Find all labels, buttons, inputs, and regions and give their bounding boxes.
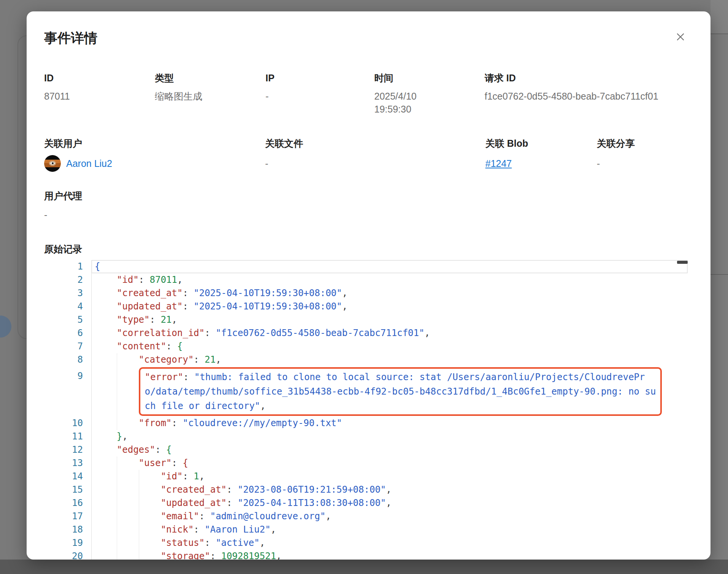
indent-guide [117,417,117,430]
indent-guide [139,550,139,560]
code-line-20: 20"storage": 1092819521, [44,550,688,560]
code-line-7: 7"content": { [44,340,688,353]
code-line-1: 1{ [44,260,688,273]
info-row-relations: 关联用户 Aaron Liu2 关联文件 - 关联 Blob #1247 关联分… [44,137,688,172]
code-line-4: 4"updated_at": "2025-04-10T19:59:30+08:0… [44,300,688,313]
indent-guide [117,457,117,470]
info-label-request-id: 请求 ID [485,71,688,84]
indent-guide [139,496,139,510]
info-label-related-share: 关联分享 [597,137,688,150]
line-number: 20 [44,550,91,560]
indent-guide [117,470,117,483]
event-details-dialog: 事件详情 ID 87011 类型 缩略图生成 IP - 时间 2025/4/10… [27,11,711,560]
line-number: 11 [44,430,91,443]
line-number: 1 [44,260,91,273]
line-number: 12 [44,443,91,457]
info-label-related-user: 关联用户 [44,137,265,150]
info-label-related-file: 关联文件 [265,137,485,150]
code-line-5: 5"type": 21, [44,313,688,327]
line-number: 13 [44,457,91,470]
code-line-8: 8"category": 21, [44,353,688,366]
line-number: 19 [44,536,91,550]
code-line-6: 6"correlation_id": "f1ce0762-0d55-4580-b… [44,327,688,340]
related-blob-link[interactable]: #1247 [485,158,512,169]
info-value-type: 缩略图生成 [155,90,265,103]
code-line-3: 3"created_at": "2025-04-10T19:59:30+08:0… [44,287,688,300]
raw-record-label: 原始记录 [44,243,688,255]
indent-guide [117,483,117,496]
raw-record-editor[interactable]: 1{2"id": 87011,3"created_at": "2025-04-1… [44,260,688,560]
code-line-16: 16"updated_at": "2025-04-11T13:08:30+08:… [44,496,688,510]
indent-guide [117,523,117,536]
info-cell-request-id: 请求 ID f1ce0762-0d55-4580-beab-7cabc711cf… [485,71,688,116]
indent-guide [117,510,117,523]
code-line-11: 11}, [44,430,688,443]
avatar [44,155,61,172]
line-number: 6 [44,327,91,340]
line-number: 7 [44,340,91,353]
code-line-15: 15"created_at": "2023-08-06T19:21:59+08:… [44,483,688,496]
code-line-9: 9"error": "thumb: failed to clone to loc… [44,366,688,417]
page-title: 事件详情 [44,30,97,46]
info-label-type: 类型 [155,71,265,84]
line-number: 9 [44,366,91,417]
close-button[interactable] [675,31,686,43]
scrollbar-thumb[interactable] [677,261,688,264]
info-value-ip: - [265,90,374,103]
related-user-link[interactable]: Aaron Liu2 [66,158,112,169]
indent-guide [139,510,139,523]
info-value-time: 2025/4/10 19:59:30 [374,90,431,116]
line-number: 18 [44,523,91,536]
info-cell-related-blob: 关联 Blob #1247 [485,137,597,172]
indent-guide [117,496,117,510]
indent-guide [139,536,139,550]
line-number: 4 [44,300,91,313]
code-line-10: 10"from": "cloudreve://my/empty-90.txt" [44,417,688,430]
info-label-time: 时间 [374,71,485,84]
info-cell-time: 时间 2025/4/10 19:59:30 [374,71,485,116]
info-cell-id: ID 87011 [44,71,155,116]
info-cell-related-file: 关联文件 - [265,137,485,172]
info-value-id: 87011 [44,90,155,103]
info-value-related-file: - [265,155,485,172]
indent-guide [139,523,139,536]
line-number: 17 [44,510,91,523]
line-number: 3 [44,287,91,300]
info-value-request-id: f1ce0762-0d55-4580-beab-7cabc711cf01 [485,90,688,103]
code-line-2: 2"id": 87011, [44,273,688,287]
info-value-related-share: - [597,155,688,172]
code-line-18: 18"nick": "Aaron Liu2", [44,523,688,536]
code-line-19: 19"status": "active", [44,536,688,550]
line-number: 2 [44,273,91,287]
code-line-12: 12"edges": { [44,443,688,457]
indent-guide [117,536,117,550]
user-agent-value: - [44,208,688,221]
indent-guide [117,353,117,366]
indent-guide [117,550,117,560]
code-line-14: 14"id": 1, [44,470,688,483]
close-icon [675,38,686,44]
user-agent-label: 用户代理 [44,189,688,202]
line-number: 5 [44,313,91,327]
error-highlight-box: "error": "thumb: failed to clone to loca… [139,367,662,416]
line-number: 10 [44,417,91,430]
info-cell-ip: IP - [265,71,374,116]
line-number: 16 [44,496,91,510]
info-label-ip: IP [265,71,374,84]
info-label-related-blob: 关联 Blob [485,137,597,150]
line-number: 14 [44,470,91,483]
info-cell-type: 类型 缩略图生成 [155,71,265,116]
indent-guide [139,470,139,483]
indent-guide [139,483,139,496]
line-number: 8 [44,353,91,366]
indent-guide [117,366,117,417]
info-cell-related-share: 关联分享 - [597,137,688,172]
info-label-id: ID [44,71,155,84]
info-cell-related-user: 关联用户 Aaron Liu2 [44,137,265,172]
code-line-13: 13"user": { [44,457,688,470]
info-row-primary: ID 87011 类型 缩略图生成 IP - 时间 2025/4/10 19:5… [44,71,688,116]
line-number: 15 [44,483,91,496]
user-agent-section: 用户代理 - [44,189,688,221]
code-line-17: 17"email": "admin@cloudreve.org", [44,510,688,523]
